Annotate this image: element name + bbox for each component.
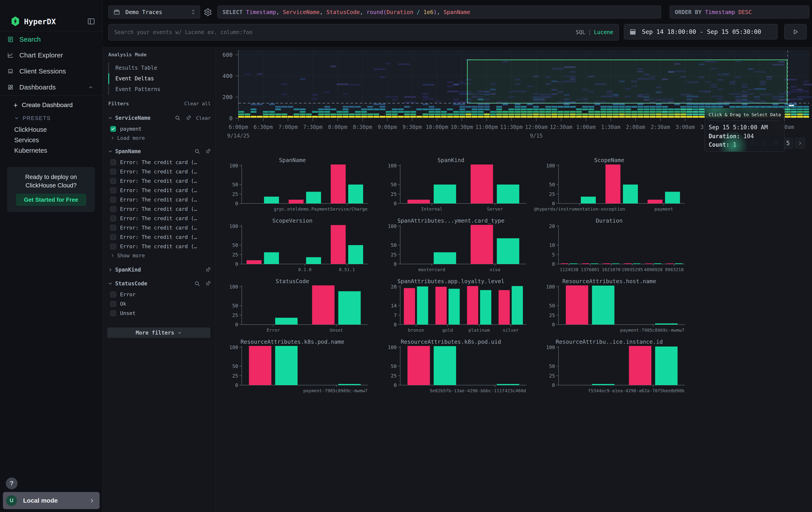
sidebar-item-kubernetes[interactable]: Kubernetes	[0, 145, 102, 156]
sidebar-item-create-dashboard[interactable]: +Create Dashboard	[0, 98, 102, 112]
checkbox-unchecked[interactable]	[110, 169, 116, 174]
time-range-picker[interactable]: Sep 14 18:00:00 - Sep 15 05:30:00	[624, 24, 778, 39]
bar-chart-ScopeVersion[interactable]: ScopeVersion025501000.1.00.51.1	[217, 216, 368, 277]
filter-option[interactable]: Error	[103, 290, 216, 299]
svg-text:50: 50	[549, 182, 555, 187]
bar-chart-SpanAttributes-loyalty[interactable]: SpanAttributes.app.loyalty.level071428br…	[375, 277, 526, 338]
checkbox-unchecked[interactable]	[110, 215, 116, 221]
data-source-select[interactable]: Demo Traces	[108, 5, 200, 19]
checkbox-unchecked[interactable]	[110, 225, 116, 231]
local-mode-button[interactable]: U Local mode	[3, 492, 99, 509]
help-button[interactable]: ?	[6, 478, 18, 489]
sidebar-item-client-sessions[interactable]: Client Sessions	[0, 63, 102, 79]
order-by-input[interactable]: ORDER BY Timestamp DESC	[670, 5, 809, 19]
checkbox-unchecked[interactable]	[110, 292, 116, 297]
svg-text:Server: Server	[487, 206, 503, 212]
svg-text:25: 25	[232, 373, 238, 379]
analysis-mode-event-deltas[interactable]: Event Deltas	[108, 73, 160, 84]
filter-section-name: SpanKind	[115, 267, 141, 273]
filter-option[interactable]: Error: The credit card (…	[103, 195, 216, 204]
checkbox-checked[interactable]	[110, 126, 116, 132]
checkbox-unchecked[interactable]	[110, 197, 116, 203]
filter-option[interactable]: Ok	[103, 299, 216, 308]
filter-section-header-spankind[interactable]: SpanKind	[103, 265, 216, 275]
svg-text:100: 100	[546, 163, 555, 168]
pin-icon[interactable]	[205, 267, 211, 273]
checkbox-unchecked[interactable]	[110, 244, 116, 249]
svg-text:50: 50	[232, 363, 238, 369]
clear-all-button[interactable]: Clear all	[184, 101, 211, 106]
lucene-toggle[interactable]: Lucene	[594, 29, 613, 35]
filter-option[interactable]: payment	[103, 124, 216, 134]
bar-chart-SpanName[interactable]: SpanName02550100grpc.oteldemo.PaymentSer…	[217, 156, 368, 216]
checkbox-unchecked[interactable]	[110, 187, 116, 193]
pin-icon[interactable]	[205, 281, 211, 287]
analysis-mode-results-table[interactable]: Results Table	[108, 62, 160, 73]
bar-chart-ResourceAttributes-k8s-pod-uid[interactable]: ResourceAttributes.k8s.pod.uid025501005e…	[375, 338, 526, 398]
filter-section-header-servicename[interactable]: ServiceNameClear	[103, 113, 216, 123]
filter-option[interactable]: Unset	[103, 308, 216, 318]
bar-chart-SpanKind[interactable]: SpanKind02550100InternalServer	[375, 156, 526, 216]
sidebar-item-services[interactable]: Services	[0, 135, 102, 145]
source-settings-gear-icon[interactable]	[204, 8, 212, 17]
filter-option[interactable]: Error: The credit card (…	[103, 176, 216, 186]
chevron-right-icon	[89, 498, 95, 504]
filter-option[interactable]: Error: The credit card (…	[103, 167, 216, 176]
heatmap-tooltip: Click & Drag to Select Data Sep 15 5:10:…	[705, 108, 784, 152]
run-query-button[interactable]	[784, 24, 807, 39]
sidebar-collapse-icon[interactable]	[87, 17, 95, 25]
filter-option[interactable]: Error: The credit card (…	[103, 242, 216, 251]
show-more-button[interactable]: Show more	[103, 251, 216, 260]
bar-chart-StatusCode[interactable]: StatusCode02550100ErrorUnset	[217, 277, 368, 338]
filter-option[interactable]: Error: The credit card (…	[103, 223, 216, 233]
get-started-button[interactable]: Get Started for Free	[16, 194, 86, 206]
sql-token: ,	[360, 9, 367, 16]
magnifier-icon[interactable]	[194, 149, 200, 154]
presets-header[interactable]: PRESETS	[0, 112, 102, 125]
svg-text:2:00am: 2:00am	[626, 124, 645, 130]
analysis-mode-event-patterns[interactable]: Event Patterns	[108, 84, 160, 95]
checkbox-unchecked[interactable]	[110, 234, 116, 240]
chevron-down-icon	[108, 281, 113, 286]
checkbox-unchecked[interactable]	[110, 159, 116, 165]
promo-line-2: ClickHouse Cloud?	[7, 181, 95, 190]
search-input[interactable]	[109, 24, 576, 40]
pin-icon[interactable]	[185, 115, 191, 121]
checkbox-unchecked[interactable]	[110, 178, 116, 184]
bar-chart-SpanAttributes-card-type[interactable]: SpanAttributes...yment.card_type02550100…	[375, 216, 526, 277]
svg-text:payment-7985c8969c-mwmw7: payment-7985c8969c-mwmw7	[303, 388, 368, 393]
more-filters-button[interactable]: More filters	[107, 327, 210, 338]
filter-option[interactable]: Error: The credit card (…	[103, 186, 216, 195]
checkbox-unchecked[interactable]	[110, 310, 116, 316]
filter-option[interactable]: Error: The credit card (…	[103, 204, 216, 214]
plus-icon: +	[13, 101, 20, 110]
svg-text:9/15: 9/15	[530, 133, 543, 139]
checkbox-unchecked[interactable]	[110, 206, 116, 212]
bar-chart-ResourceAttributes-k8s-pod-name[interactable]: ResourceAttributes.k8s.pod.name02550100p…	[217, 338, 368, 398]
sidebar-item-clickhouse[interactable]: ClickHouse	[0, 125, 102, 135]
pagination-next-button[interactable]	[795, 138, 805, 149]
bar-chart-Duration[interactable]: Duration05102011245381376801162107019935…	[533, 216, 685, 277]
sidebar-divider	[0, 95, 102, 96]
magnifier-icon[interactable]	[175, 115, 180, 121]
pin-icon[interactable]	[205, 149, 211, 154]
sidebar-item-search[interactable]: Search	[0, 31, 102, 47]
load-more-button[interactable]: Load more	[103, 134, 216, 142]
filter-option[interactable]: Error: The credit card (…	[103, 214, 216, 223]
sidebar-item-chart-explorer[interactable]: Chart Explorer	[0, 47, 102, 63]
sql-toggle[interactable]: SQL	[576, 29, 585, 35]
filter-option-label: Error: The credit card (…	[120, 159, 197, 165]
magnifier-icon[interactable]	[194, 281, 200, 287]
filter-section-header-statuscode[interactable]: StatusCode	[103, 279, 216, 289]
svg-text:7:00pm: 7:00pm	[279, 124, 298, 130]
bar-chart-ScopeName[interactable]: ScopeName02550100@hyperdx/instrumentatio…	[533, 156, 685, 216]
checkbox-unchecked[interactable]	[110, 301, 116, 307]
filter-option[interactable]: Error: The credit card (…	[103, 158, 216, 167]
filter-clear-button[interactable]: Clear	[196, 115, 211, 121]
filter-section-header-spanname[interactable]: SpanName	[103, 146, 216, 156]
bar-chart-ResourceAttributes-instance-id[interactable]: ResourceAttribu..ice.instance.id02550100…	[533, 338, 685, 398]
filter-option[interactable]: Error: The credit card (…	[103, 233, 216, 242]
sql-select-input[interactable]: SELECT Timestamp, ServiceName, StatusCod…	[218, 5, 661, 19]
bar-chart-ResourceAttributes-host-name[interactable]: ResourceAttributes.host.name02550100paym…	[533, 277, 685, 338]
sidebar-item-dashboards[interactable]: Dashboards	[0, 79, 102, 95]
